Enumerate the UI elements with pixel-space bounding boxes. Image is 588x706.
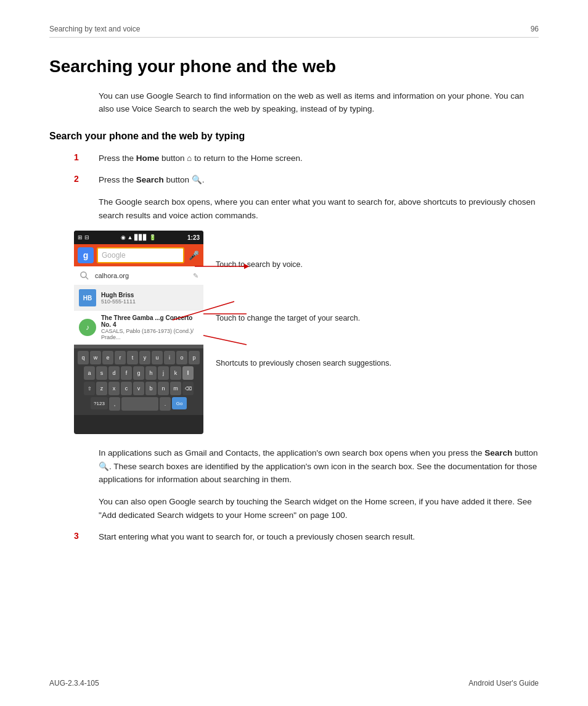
music-icon: ♪ [79, 319, 96, 336]
music-result-text: The Three Gamba ...g Concerto No. 4 CASA… [101, 314, 198, 340]
web-result-row[interactable]: calhora.org ✎ [74, 266, 203, 285]
step-2-suffix: button 🔍. [164, 175, 205, 184]
kb-t[interactable]: t [127, 351, 138, 364]
kb-s[interactable]: s [96, 366, 107, 380]
kb-backspace[interactable]: ⌫ [182, 382, 194, 395]
google-logo: g [78, 247, 94, 263]
kb-i[interactable]: i [164, 351, 175, 364]
step-2: 2 Press the Search button 🔍. [74, 173, 539, 187]
status-icons: ⊞ ⊟ [78, 234, 89, 240]
body-text-container: In applications such as Gmail and Contac… [74, 446, 539, 544]
step-2-bold: Search [136, 175, 164, 184]
phone-keyboard: q w e r t y u i o p a s [74, 348, 203, 415]
step-2-prefix: Press the [99, 175, 136, 184]
section1-heading: Search your phone and the web by typing [49, 131, 539, 142]
footer-left: AUG-2.3.4-105 [49, 679, 99, 688]
step-1: 1 Press the Home button ⌂ to return to t… [74, 152, 539, 165]
kb-j[interactable]: j [158, 366, 169, 380]
step-1-prefix: Press the [99, 154, 136, 163]
kb-k[interactable]: k [170, 366, 181, 380]
kb-r[interactable]: r [115, 351, 126, 364]
phone-wrapper: ⊞ ⊟ ◉ ▲ ▊▊▊ 🔋 1:23 g Google [74, 231, 203, 434]
footer-bar: AUG-2.3.4-105 Android User's Guide [49, 679, 539, 688]
callout-target: Touch to change the target of your searc… [216, 313, 391, 324]
intro-text: You can use Google Search to find inform… [99, 89, 539, 116]
kb-c[interactable]: c [121, 382, 132, 395]
kb-row-4: ?123 , . Go [76, 397, 202, 411]
callout-voice: Touch to search by voice. [216, 259, 391, 271]
kb-p[interactable]: p [189, 351, 200, 364]
edit-icon[interactable]: ✎ [193, 272, 198, 280]
kb-row-2: a s d f g h j k l [76, 366, 202, 380]
kb-g[interactable]: g [133, 366, 144, 380]
kb-x[interactable]: x [108, 382, 120, 395]
kb-row-1: q w e r t y u i o p [76, 351, 202, 364]
phone-search-bar: g Google 🎤 [74, 244, 203, 266]
search-placeholder: Google [102, 251, 126, 260]
step-1-content: Press the Home button ⌂ to return to the… [99, 152, 539, 165]
kb-a[interactable]: a [84, 366, 95, 380]
kb-o[interactable]: o [176, 351, 187, 364]
phone-search-results: calhora.org ✎ HB Hugh Briss 510-555-1111 [74, 266, 203, 348]
web-result-title: calhora.org [95, 272, 129, 279]
page-title: Searching your phone and the web [49, 56, 539, 77]
kb-v[interactable]: v [133, 382, 144, 395]
steps-container: 1 Press the Home button ⌂ to return to t… [74, 152, 539, 222]
kb-space[interactable] [121, 397, 158, 411]
kb-d[interactable]: d [108, 366, 120, 380]
web-result-text: calhora.org [95, 272, 188, 279]
voice-icon[interactable]: 🎤 [187, 249, 200, 261]
search-input-box[interactable]: Google [97, 247, 184, 263]
kb-z[interactable]: z [96, 382, 107, 395]
step-2-content: Press the Search button 🔍. [99, 173, 539, 187]
kb-y[interactable]: y [139, 351, 150, 364]
phone-screenshot: ⊞ ⊟ ◉ ▲ ▊▊▊ 🔋 1:23 g Google [74, 231, 203, 434]
kb-l[interactable]: l [182, 366, 194, 380]
kb-n[interactable]: n [158, 382, 169, 395]
contact-result-row[interactable]: HB Hugh Briss 510-555-1111 [74, 285, 203, 311]
phone-status-bar: ⊞ ⊟ ◉ ▲ ▊▊▊ 🔋 1:23 [74, 231, 203, 244]
body-text-2: You can also open Google search by touch… [99, 495, 539, 522]
kb-w[interactable]: w [90, 351, 101, 364]
svg-point-0 [81, 272, 86, 277]
step-3: 3 Start entering what you want to search… [74, 530, 539, 544]
callout-shortcuts: Shortcuts to previously chosen search su… [216, 358, 391, 369]
step-3-number: 3 [74, 531, 92, 541]
kb-u[interactable]: u [152, 351, 163, 364]
kb-m[interactable]: m [170, 382, 181, 395]
step-2-subtext: The Google search box opens, where you c… [99, 195, 539, 222]
step-2-number: 2 [74, 174, 92, 184]
music-sub: CASALS, Pablo (1876-1973) (Cond.)/ Prade… [101, 328, 198, 340]
kb-period[interactable]: . [160, 397, 171, 411]
search-result-icon [79, 270, 90, 281]
music-result-row[interactable]: ♪ The Three Gamba ...g Concerto No. 4 CA… [74, 311, 203, 345]
kb-comma[interactable]: , [109, 397, 120, 411]
step-1-suffix: button ⌂ to return to the Home screen. [159, 154, 303, 163]
phone-area: ⊞ ⊟ ◉ ▲ ▊▊▊ 🔋 1:23 g Google [74, 231, 539, 434]
body-text-1: In applications such as Gmail and Contac… [99, 446, 539, 486]
kb-b[interactable]: b [145, 382, 157, 395]
header-bar: Searching by text and voice 96 [49, 25, 539, 38]
contact-avatar: HB [79, 289, 96, 306]
kb-go[interactable]: Go [172, 397, 187, 409]
music-title: The Three Gamba ...g Concerto No. 4 [101, 314, 198, 328]
kb-f[interactable]: f [121, 366, 132, 380]
contact-phone: 510-555-1111 [101, 298, 198, 305]
contact-result-text: Hugh Briss 510-555-1111 [101, 292, 198, 305]
kb-h[interactable]: h [145, 366, 157, 380]
header-left: Searching by text and voice [49, 25, 140, 33]
kb-num[interactable]: ?123 [91, 397, 108, 409]
step-1-number: 1 [74, 152, 92, 162]
contact-name: Hugh Briss [101, 292, 198, 298]
status-time: 1:23 [187, 234, 200, 241]
kb-e[interactable]: e [102, 351, 113, 364]
header-right: 96 [531, 25, 539, 33]
kb-shift[interactable]: ⇧ [84, 382, 95, 395]
status-right-icons: ◉ ▲ ▊▊▊ 🔋 [121, 234, 157, 240]
step-3-content: Start entering what you want to search f… [99, 530, 539, 544]
kb-q[interactable]: q [78, 351, 89, 364]
callout-container: Touch to search by voice. Touch to chang… [216, 231, 391, 385]
footer-right: Android User's Guide [468, 679, 539, 688]
page: Searching by text and voice 96 Searching… [0, 0, 588, 589]
kb-row-3: ⇧ z x c v b n m ⌫ [76, 382, 202, 395]
